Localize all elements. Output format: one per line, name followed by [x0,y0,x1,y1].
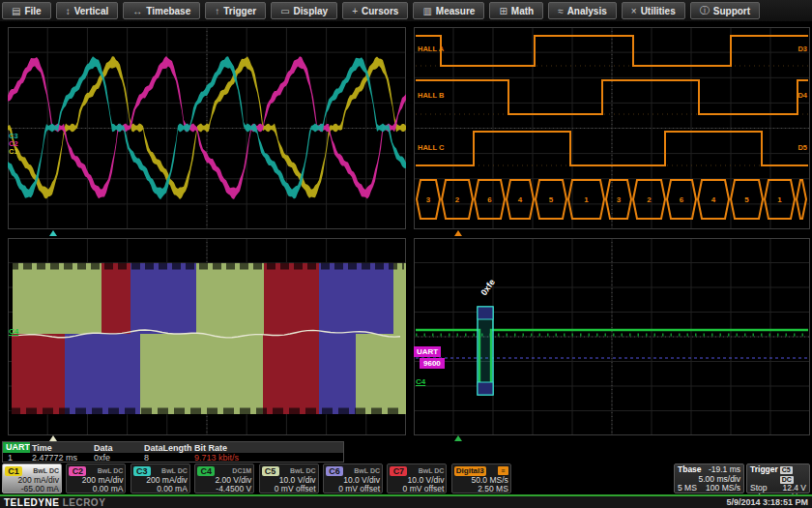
menu-label: Support [713,6,750,16]
brand-light: LECROY [63,497,106,508]
trigger-source-chip: C5 [780,466,793,474]
channel-offset: 0.00 mA [69,485,123,493]
menu-support[interactable]: ⓘSupport [690,2,760,19]
menu-label: Timebase [146,6,190,16]
uart-baud-badge: 9600 [420,358,445,369]
bus-state-value: 2 [455,195,460,204]
channel-descriptor-c1[interactable]: C1BwL DC200 mA/div-65.00 mA [2,463,62,493]
channel-tag-c7: C7 [390,466,407,476]
analog-current-grid[interactable]: C3C2C1 [8,27,406,229]
row-bitrate: 9.713 kbit/s [194,453,339,463]
uart-channel-marker: C4 [416,377,425,386]
utilities-icon: × [631,6,637,16]
channel-descriptor-c4[interactable]: C4DC1M2.00 V/div-4.4500 V [194,463,254,493]
pwm-block-sage [393,263,406,334]
menu-display[interactable]: ▭Display [271,2,337,19]
menu-file[interactable]: ▤File [2,2,51,19]
menu-label: Utilities [641,6,676,16]
bus-state-value: 5 [549,195,554,204]
channel-descriptor-c5[interactable]: C5BwL DC10.0 V/div0 mV offset [259,463,319,493]
bus-state-cell [797,180,806,219]
uart-decode-box [478,307,493,395]
menu-label: Vertical [74,6,109,16]
trigger-descriptor[interactable]: Trigger C5DC Stop12.4 V EdgePositive [746,463,810,493]
menu-measure[interactable]: ▥Measure [413,2,484,19]
uart-protocol-badge[interactable]: UART [414,346,441,357]
bus-state-value: 3 [617,195,622,204]
channel-tag-c5: C5 [262,466,279,476]
channel-descriptor-digital3[interactable]: Digital3≡50.0 MS/s2.50 MS [451,463,511,493]
channel-descriptor-c3[interactable]: C3BwL DC200 mA/div0.00 mA [130,463,190,493]
menu-label: Measure [436,6,476,16]
channel-descriptor-c7[interactable]: C7BwL DC10.0 V/div0 mV offset [387,463,447,493]
uart-table-header: UART Time Data DataLength Bit Rate [3,442,343,453]
bus-state-value: 6 [680,195,684,204]
bus-state-value: 4 [518,195,523,204]
uart-decode-table[interactable]: UART Time Data DataLength Bit Rate 1 2.4… [2,441,344,463]
pwm-block-red [102,263,130,334]
menu-trigger[interactable]: ↑Trigger [205,2,266,19]
bus-state-value: 1 [584,195,589,204]
channel-coupling: BwL DC [354,467,380,474]
trigger-time-marker-uart[interactable] [454,435,462,441]
pwm-block-sage [356,334,406,414]
trigger-label: Trigger [750,465,778,484]
hall-digital-waveforms: 326451326451 [414,27,810,229]
channel-offset: -4.4500 V [197,485,251,493]
digital-line-id-d4: D4 [798,91,807,100]
timebase-label: Tbase [678,465,702,475]
channel-tag-c2: C2 [69,466,86,476]
menu-cursors[interactable]: +Cursors [342,2,408,19]
trigger-time-marker-analog[interactable] [49,230,57,236]
marker-c1: C1 [9,147,18,156]
menu-utilities[interactable]: ×Utilities [622,2,685,19]
pwm-block-blue [319,334,356,414]
menu-label: File [24,6,41,16]
hall-label-d4: HALL B [418,91,444,100]
menu-math[interactable]: ⊞Math [489,2,543,19]
menu-vertical[interactable]: ↕Vertical [56,2,119,19]
channel-tag-c6: C6 [326,466,343,476]
timebase-descriptor[interactable]: Tbase-19.1 ms 5.00 ms/div 5 MS100 MS/s [674,463,744,493]
datetime: 5/9/2014 3:18:51 PM [726,497,808,507]
digital-bus-icon: ≡ [498,466,508,475]
trigger-time-marker-digital[interactable] [454,230,462,236]
uart-table-badge: UART [3,442,30,453]
uart-table-row[interactable]: 1 2.47772 ms 0xfe 8 9.713 kbit/s [3,453,343,463]
digital-hall-grid[interactable]: 326451326451 HALL AD3HALL BD4HALL CD5 [414,27,810,229]
menu-label: Cursors [362,6,398,16]
support-icon: ⓘ [700,4,710,17]
row-time: 2.47772 ms [30,453,94,463]
analysis-icon: ≈ [558,6,564,16]
timebase-icon: ↔ [132,6,142,16]
channel-offset: 2.50 MS [454,485,508,493]
hall-label-d3: HALL A [418,45,444,53]
channel-descriptor-c6[interactable]: C6BwL DC10.0 V/div0 mV offset [323,463,383,493]
col-datalength: DataLength [144,443,194,453]
menu-label: Trigger [223,6,256,16]
col-time: Time [30,443,94,453]
channel-descriptor-c2[interactable]: C2BwL DC200 mA/div0.00 mA [66,463,126,493]
trigger-icon: ↑ [215,6,219,16]
bus-state-value: 1 [777,195,782,204]
digital-line-id-d5: D5 [798,143,807,152]
pwm-phase-waveforms [8,238,406,435]
pwm-block-red [264,263,319,334]
pwm-block-red [12,334,65,414]
channel-tag-c3: C3 [133,466,151,476]
menu-timebase[interactable]: ↔Timebase [123,2,200,19]
pwm-block-sage [196,263,264,334]
channel-coupling: BwL DC [98,467,124,474]
measure-icon: ▥ [422,6,431,16]
channel-coupling: BwL DC [161,467,188,474]
pwm-channel-marker: C4 [9,327,18,336]
uart-signal-grid[interactable]: 0xfe UART 9600 C4 [414,238,810,435]
pwm-block-sage [140,334,263,414]
phase-voltage-grid[interactable]: C4 [8,238,406,435]
menu-label: Display [294,6,329,16]
brand-logo: TELEDYNE LECROY [4,497,105,508]
uart-decode-box-cap-top [478,307,493,319]
menu-analysis[interactable]: ≈Analysis [548,2,617,19]
channel-offset: 0.00 mA [133,485,188,493]
brand-bold: TELEDYNE [4,497,59,508]
